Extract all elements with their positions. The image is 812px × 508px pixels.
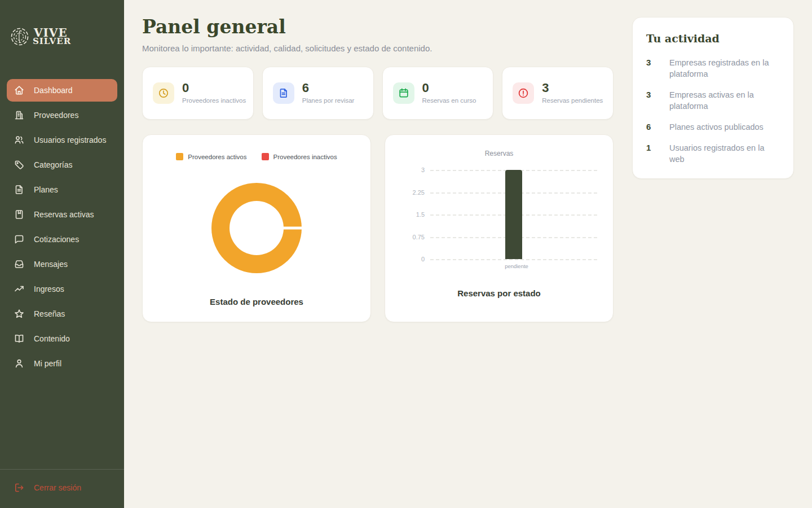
home-icon (14, 85, 25, 96)
stat-value: 6 (302, 81, 355, 95)
ytick: 0 (421, 256, 425, 262)
stat-value: 3 (542, 81, 603, 95)
book-bookmark-icon (14, 209, 25, 220)
page-title: Panel general (142, 16, 614, 38)
sidebar-item-cotizaciones[interactable]: Cotizaciones (7, 228, 117, 251)
sidebar-item-label: Cotizaciones (34, 235, 79, 244)
sidebar-item-planes[interactable]: Planes (7, 178, 117, 201)
activity-row: 1 Usuarios registrados en la web (646, 142, 780, 165)
stat-value: 0 (422, 81, 476, 95)
bar-chart-grid (430, 170, 597, 259)
stat-text: 0 Reservas en curso (422, 81, 476, 105)
sidebar: VIVE SILVER Dashboard Proveedor (0, 0, 124, 508)
open-book-icon (14, 333, 25, 344)
stat-card-proveedores-inactivos[interactable]: 0 Proveedores inactivos (142, 67, 254, 120)
activity-row: 6 Planes activos publicados (646, 121, 780, 133)
bar-chart-yaxis: 3 2.25 1.5 0.75 0 (395, 170, 430, 259)
activity-value: 3 (646, 89, 669, 112)
logout-button[interactable]: Cerrar sesión (14, 482, 111, 493)
sidebar-item-resenas[interactable]: Reseñas (7, 303, 117, 325)
activity-label: Usuarios registrados en la web (669, 142, 780, 165)
activity-card: Tu actividad 3 Empresas registradas en l… (632, 17, 794, 179)
star-icon (14, 308, 25, 319)
ytick: 1.5 (416, 211, 425, 218)
sidebar-item-label: Dashboard (34, 86, 73, 95)
alert-icon (513, 82, 534, 104)
ytick: 3 (421, 167, 425, 173)
document-icon (273, 82, 294, 104)
stat-label: Reservas pendientes (542, 97, 603, 105)
sidebar-item-label: Proveedores (34, 111, 78, 120)
bar-pendiente[interactable] (505, 170, 522, 259)
sidebar-item-reservas-activas[interactable]: Reservas activas (7, 203, 117, 226)
donut-caption: Estado de proveedores (143, 297, 370, 306)
legend-label: Proveedores inactivos (273, 154, 337, 160)
legend-swatch-activos (176, 153, 183, 160)
bar-chart-xlabel: pendiente (420, 259, 613, 269)
sidebar-item-usuarios-registrados[interactable]: Usuarios registrados (7, 129, 117, 151)
stat-text: 3 Reservas pendientes (542, 81, 603, 105)
activity-value: 3 (646, 57, 669, 80)
chat-icon (14, 234, 25, 245)
sidebar-item-label: Usuarios registrados (34, 135, 106, 144)
charts-row: Proveedores activos Proveedores inactivo… (142, 134, 614, 322)
stat-card-reservas-en-curso[interactable]: 0 Reservas en curso (382, 67, 494, 120)
legend-swatch-inactivos (262, 153, 269, 160)
legend-item-inactivos[interactable]: Proveedores inactivos (262, 153, 337, 160)
stat-label: Proveedores inactivos (182, 97, 246, 105)
sidebar-item-contenido[interactable]: Contenido (7, 327, 117, 350)
logout-icon (14, 482, 25, 493)
donut-ring (211, 183, 302, 273)
sidebar-footer: Cerrar sesión (0, 469, 124, 508)
sidebar-item-label: Contenido (34, 334, 70, 343)
sidebar-item-mensajes[interactable]: Mensajes (7, 253, 117, 275)
stat-text: 0 Proveedores inactivos (182, 81, 246, 105)
main-content: Panel general Monitorea lo importante: a… (142, 0, 614, 322)
activity-list: 3 Empresas registradas en la plataforma … (646, 57, 780, 165)
building-icon (14, 110, 25, 121)
activity-row: 3 Empresas registradas en la plataforma (646, 57, 780, 80)
stat-card-planes-por-revisar[interactable]: 6 Planes por revisar (262, 67, 374, 120)
gridline (430, 259, 597, 260)
clock-icon (153, 82, 174, 104)
calendar-icon (393, 82, 414, 104)
sidebar-item-label: Categorías (34, 160, 72, 169)
sidebar-item-categorias[interactable]: Categorías (7, 154, 117, 176)
app-window: VIVE SILVER Dashboard Proveedor (0, 0, 812, 508)
stat-label: Reservas en curso (422, 97, 476, 105)
activity-value: 1 (646, 142, 669, 165)
brand-logo: VIVE SILVER (0, 0, 124, 47)
sidebar-item-dashboard[interactable]: Dashboard (7, 79, 117, 102)
bar-chart-title: Reservas (385, 135, 613, 157)
stat-value: 0 (182, 81, 246, 95)
bar-chart-caption: Reservas por estado (385, 288, 613, 298)
activity-row: 3 Empresas activas en la plataforma (646, 89, 780, 112)
document-icon (14, 184, 25, 195)
user-icon (14, 358, 25, 369)
stat-card-reservas-pendientes[interactable]: 3 Reservas pendientes (502, 67, 614, 120)
trend-up-icon (14, 283, 25, 295)
sidebar-item-label: Reservas activas (34, 210, 94, 219)
ytick: 0.75 (413, 234, 425, 240)
activity-title: Tu actividad (646, 32, 780, 45)
stats-row: 0 Proveedores inactivos 6 Planes por rev… (142, 67, 614, 120)
bar-chart-card: Reservas 3 2.25 1.5 0.75 0 (385, 134, 614, 322)
main-area: Panel general Monitorea lo importante: a… (124, 0, 812, 508)
sidebar-item-ingresos[interactable]: Ingresos (7, 278, 117, 300)
legend-item-activos[interactable]: Proveedores activos (176, 153, 246, 160)
sidebar-item-label: Mensajes (34, 260, 68, 269)
donut-chart (211, 183, 302, 273)
sidebar-spacer (0, 377, 124, 469)
tag-icon (14, 159, 25, 170)
sidebar-item-mi-perfil[interactable]: Mi perfil (7, 352, 117, 375)
inbox-icon (14, 259, 25, 270)
activity-label: Empresas activas en la plataforma (669, 89, 780, 112)
donut-segment-gap (283, 227, 302, 230)
sidebar-item-label: Mi perfil (34, 359, 61, 368)
legend-label: Proveedores activos (188, 154, 246, 160)
activity-label: Empresas registradas en la plataforma (669, 57, 780, 80)
brand-name: VIVE SILVER (34, 28, 71, 46)
activity-label: Planes activos publicados (669, 121, 764, 133)
sidebar-item-proveedores[interactable]: Proveedores (7, 104, 117, 126)
sidebar-nav: Dashboard Proveedores Usuarios registrad… (0, 79, 124, 377)
